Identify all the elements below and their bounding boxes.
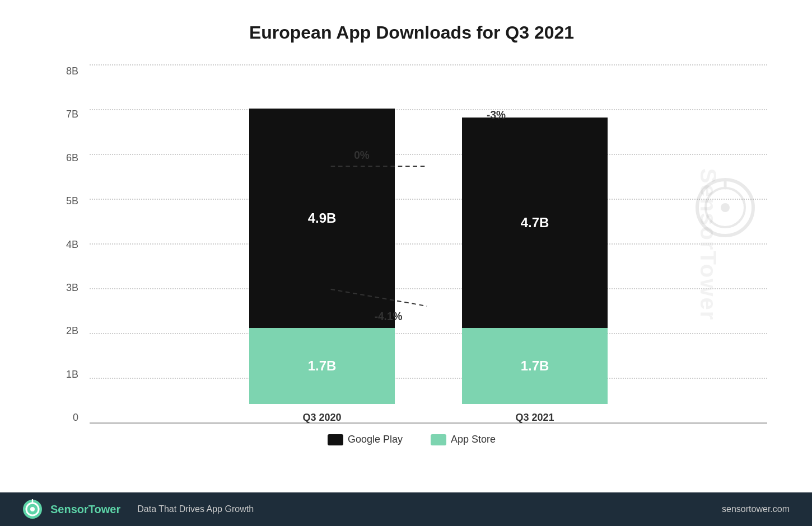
chart-container: European App Downloads for Q3 2021 0 1B …	[0, 0, 812, 492]
y-label-8b: 8B	[66, 65, 78, 77]
footer-tagline: Data That Drives App Growth	[137, 504, 254, 514]
y-label-0: 0	[73, 412, 78, 424]
bar-segment-app-store-2021: 1.7B	[462, 328, 608, 404]
footer-brand-tower: Tower	[88, 503, 120, 515]
chart-area: 0 1B 2B 3B 4B 5B 6B 7B 8B	[56, 65, 767, 424]
bar-segment-google-play-2021: 4.7B	[462, 118, 608, 328]
y-label-4b: 4B	[66, 239, 78, 251]
stacked-bar-q3-2021: 1.7B 4.7B	[462, 118, 608, 404]
bars-section: 1.7B 4.9B Q3 2020 1.7B	[90, 65, 767, 424]
footer-url: sensortower.com	[722, 504, 790, 514]
legend: Google Play App Store	[56, 434, 767, 445]
y-label-2b: 2B	[66, 325, 78, 337]
chart-title: European App Downloads for Q3 2021	[56, 22, 767, 43]
bar-segment-google-play-2020: 4.9B	[249, 109, 395, 328]
stacked-bar-q3-2020: 1.7B 4.9B	[249, 109, 395, 404]
bar-segment-app-store-2020: 1.7B	[249, 328, 395, 404]
footer-brand-sensor: Sensor	[50, 503, 88, 515]
legend-label-app-store: App Store	[451, 434, 496, 445]
x-label-q3-2020: Q3 2020	[302, 412, 341, 424]
bar-group-q3-2021: 1.7B 4.7B Q3 2021	[462, 118, 608, 424]
google-play-2020-label: 4.9B	[308, 210, 337, 226]
footer-brand: SensorTower	[50, 503, 120, 516]
footer-left: SensorTower Data That Drives App Growth	[22, 499, 254, 519]
legend-swatch-app-store	[431, 434, 446, 445]
footer-logo-icon	[22, 499, 43, 519]
legend-item-google-play: Google Play	[328, 434, 403, 445]
legend-swatch-google-play	[328, 434, 343, 445]
y-label-5b: 5B	[66, 195, 78, 207]
y-label-3b: 3B	[66, 282, 78, 294]
legend-label-google-play: Google Play	[348, 434, 403, 445]
y-label-7b: 7B	[66, 109, 78, 120]
app-store-2021-label: 1.7B	[521, 358, 549, 374]
y-label-1b: 1B	[66, 369, 78, 381]
google-play-2021-label: 4.7B	[521, 215, 549, 231]
legend-item-app-store: App Store	[431, 434, 496, 445]
svg-point-11	[30, 507, 35, 511]
app-store-2020-label: 1.7B	[308, 358, 337, 374]
y-label-6b: 6B	[66, 152, 78, 164]
y-axis: 0 1B 2B 3B 4B 5B 6B 7B 8B	[56, 65, 90, 424]
chart-body: 1.7B 4.9B Q3 2020 1.7B	[90, 65, 767, 424]
footer: SensorTower Data That Drives App Growth …	[0, 492, 812, 526]
x-label-q3-2021: Q3 2021	[515, 412, 554, 424]
bar-group-q3-2020: 1.7B 4.9B Q3 2020	[249, 109, 395, 424]
